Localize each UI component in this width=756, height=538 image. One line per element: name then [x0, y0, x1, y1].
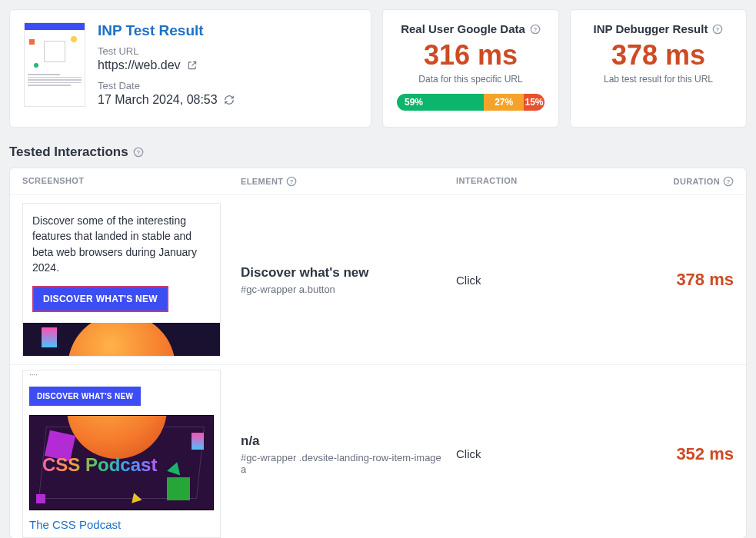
col-duration: DURATION: [674, 177, 720, 186]
svg-text:?: ?: [726, 178, 730, 185]
interaction-duration: 378 ms: [625, 270, 734, 290]
result-summary-card: INP Test Result Test URL https://web.dev…: [9, 9, 371, 128]
real-user-data-card: Real User Google Data ? 316 ms Data for …: [382, 9, 559, 128]
dist-needs-improvement: 27%: [484, 94, 524, 111]
debug-card-title: INP Debugger Result: [594, 22, 708, 35]
debug-inp-value: 378 ms: [611, 42, 705, 69]
help-icon[interactable]: ?: [133, 147, 144, 158]
help-icon[interactable]: ?: [723, 176, 734, 187]
table-row[interactable]: Discover some of the interesting feature…: [10, 194, 746, 364]
dist-good: 59%: [397, 94, 484, 111]
table-header: SCREENSHOT ELEMENT ? INTERACTION DURATIO…: [10, 168, 746, 194]
interactions-table: SCREENSHOT ELEMENT ? INTERACTION DURATIO…: [9, 168, 747, 538]
help-icon[interactable]: ?: [530, 24, 541, 35]
element-selector: #gc-wrapper a.button: [241, 284, 444, 295]
table-row[interactable]: ···· DISCOVER WHAT'S NEW: [10, 364, 746, 538]
google-caption: Data for this specific URL: [418, 74, 522, 85]
debugger-result-card: INP Debugger Result ? 378 ms Lab test re…: [570, 9, 747, 128]
test-url-value: https://web.dev: [98, 58, 181, 72]
svg-text:?: ?: [290, 178, 294, 185]
interaction-type: Click: [456, 447, 625, 460]
google-inp-value: 316 ms: [424, 42, 518, 69]
svg-text:?: ?: [716, 25, 720, 32]
element-name: Discover what's new: [241, 265, 444, 281]
screenshot-link: The CSS Podcast: [23, 518, 220, 531]
section-title: Tested Interactions: [9, 144, 128, 160]
test-date-value: 17 March 2024, 08:53: [98, 93, 218, 107]
external-link-icon[interactable]: [187, 60, 198, 71]
screenshot-media-title: CSS Podcast: [42, 453, 196, 479]
screenshot-button: DISCOVER WHAT'S NEW: [32, 286, 168, 312]
col-interaction: INTERACTION: [456, 176, 625, 187]
test-url-label: Test URL: [98, 45, 357, 57]
google-card-title: Real User Google Data: [401, 22, 525, 35]
page-thumbnail: [24, 22, 85, 107]
help-icon[interactable]: ?: [286, 176, 297, 187]
interaction-screenshot: ···· DISCOVER WHAT'S NEW: [22, 370, 221, 538]
interaction-duration: 352 ms: [625, 444, 734, 464]
page-title: INP Test Result: [98, 22, 357, 39]
inp-distribution-bar: 59% 27% 15%: [397, 94, 545, 111]
col-element: ELEMENT: [241, 177, 283, 186]
element-selector: #gc-wrapper .devsite-landing-row-item-im…: [241, 452, 444, 475]
refresh-icon[interactable]: [224, 95, 235, 105]
interaction-screenshot: Discover some of the interesting feature…: [22, 203, 221, 357]
dist-poor: 15%: [524, 94, 545, 111]
screenshot-text: Discover some of the interesting feature…: [23, 204, 220, 286]
svg-text:?: ?: [136, 149, 140, 156]
svg-text:CSS Podcast: CSS Podcast: [42, 454, 157, 475]
help-icon[interactable]: ?: [712, 24, 723, 35]
interaction-type: Click: [456, 274, 625, 287]
col-screenshot: SCREENSHOT: [22, 176, 241, 187]
element-name: n/a: [241, 433, 444, 449]
test-date-label: Test Date: [98, 80, 357, 91]
svg-text:?: ?: [533, 25, 537, 32]
debug-caption: Lab test result for this URL: [604, 74, 713, 85]
screenshot-button: DISCOVER WHAT'S NEW: [29, 387, 141, 406]
